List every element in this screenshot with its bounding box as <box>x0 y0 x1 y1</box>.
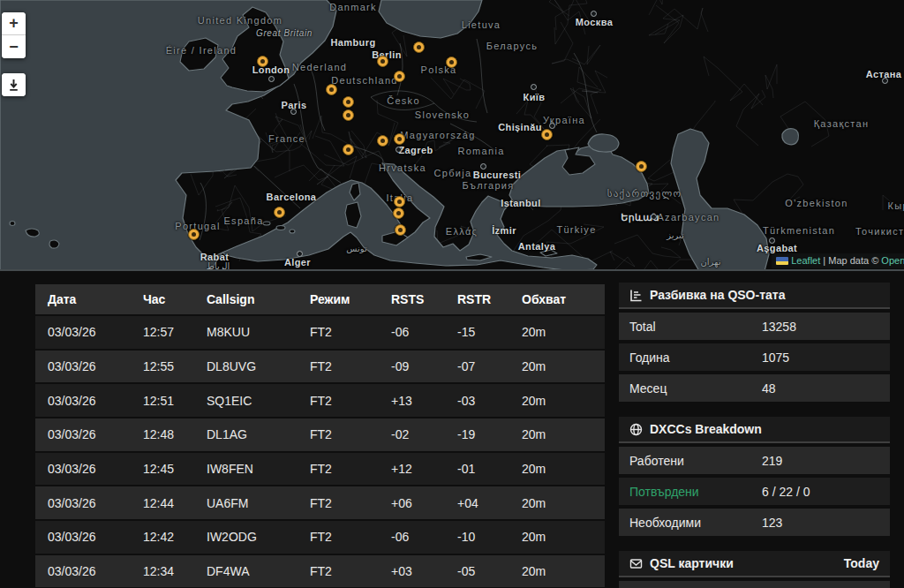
qso-marker[interactable] <box>274 207 285 218</box>
city-dot-icon <box>297 251 303 257</box>
cell-callsign[interactable]: DL8UVG <box>194 351 298 383</box>
city-dot-icon <box>290 109 297 115</box>
col-callsign: Callsign <box>194 284 298 314</box>
cell-callsign[interactable]: M8KUU <box>194 316 298 349</box>
qso-marker[interactable] <box>343 144 354 155</box>
cell-time: 12:55 <box>131 351 194 383</box>
download-icon <box>7 79 20 92</box>
cell-date: 03/03/26 <box>35 316 131 349</box>
page: { "colors": { "accent_green": "#2fa36b",… <box>0 0 904 588</box>
leaflet-link[interactable]: Leaflet <box>791 255 820 266</box>
stat-value: 6 / 22 / 0 <box>762 485 810 499</box>
qso-marker[interactable] <box>257 56 268 67</box>
cell-rsts: +03 <box>379 555 445 588</box>
cell-band: 20m <box>509 453 605 486</box>
cell-band: 20m <box>509 555 605 588</box>
city-dot-icon <box>591 11 597 17</box>
stat-row-total: Total 13258 <box>619 313 890 340</box>
qso-marker[interactable] <box>446 57 457 68</box>
dxcc-breakdown-panel: DXCCs Breakdown Работени 219 Потвърдени … <box>619 417 890 536</box>
zoom-out-button[interactable]: − <box>2 35 26 58</box>
cell-rstr: -01 <box>445 453 509 486</box>
stat-row-year: Година 1075 <box>619 343 890 371</box>
stat-label-confirmed[interactable]: Потвърдени <box>629 485 762 499</box>
cell-date: 03/03/26 <box>35 453 131 486</box>
logbook-row: 03/03/2612:34DF4WAFT2+03-0520m <box>35 555 605 588</box>
stat-label: Месец <box>629 381 762 396</box>
logbook-row: 03/03/2612:55DL8UVGFT2-09-0720m <box>35 351 605 383</box>
cell-rsts: -02 <box>379 418 445 451</box>
logbook-table: Дата Час Callsign Режим RSTS RSTR Обхват… <box>35 283 605 588</box>
logbook-row: 03/03/2612:48DL1AGFT2-02-1920m <box>35 418 605 451</box>
qso-marker[interactable] <box>394 133 405 145</box>
cell-rstr: -07 <box>445 351 509 383</box>
stat-value: 219 <box>762 454 782 468</box>
cell-time: 12:44 <box>131 486 194 519</box>
osm-link[interactable]: OpenStreetMap <box>881 255 904 266</box>
qsl-period-selector[interactable]: Today <box>844 556 879 570</box>
qso-marker[interactable] <box>394 196 405 207</box>
envelope-icon <box>629 557 643 570</box>
qso-marker[interactable] <box>343 96 354 108</box>
stat-label: Работени <box>629 454 762 468</box>
logbook-header-row: Дата Час Callsign Режим RSTS RSTR Обхват <box>35 284 605 314</box>
cell-date: 03/03/26 <box>35 486 131 519</box>
zoom-control: + − <box>2 12 26 58</box>
qso-marker[interactable] <box>188 229 200 240</box>
stat-value: 13258 <box>762 320 796 334</box>
col-date: Дата <box>35 284 131 314</box>
logbook-row: 03/03/2612:45IW8FENFT2+12-0120m <box>35 453 605 486</box>
cell-callsign[interactable]: UA6FM <box>194 486 298 519</box>
map-canvas <box>0 0 904 271</box>
cell-date: 03/03/26 <box>35 351 131 383</box>
cell-date: 03/03/26 <box>35 418 131 451</box>
col-time: Час <box>131 284 194 314</box>
cell-rstr: -15 <box>445 316 509 349</box>
cell-callsign[interactable]: SQ1EIC <box>194 384 298 417</box>
cell-mode: FT2 <box>298 351 379 383</box>
qso-marker[interactable] <box>326 84 337 95</box>
attribution-text: | Map data © <box>820 255 881 266</box>
qso-marker[interactable] <box>377 135 388 147</box>
cell-band: 20m <box>509 316 605 349</box>
cell-callsign[interactable]: IW2ODG <box>194 521 298 554</box>
qso-marker[interactable] <box>393 207 404 219</box>
cell-callsign[interactable]: IW8FEN <box>194 453 298 486</box>
cell-band: 20m <box>509 521 605 554</box>
cell-date: 03/03/26 <box>35 555 131 588</box>
cell-callsign[interactable]: DL1AG <box>194 418 298 451</box>
cell-rstr: -10 <box>445 521 509 554</box>
qsl-cards-panel: QSL картички Today <box>619 551 890 588</box>
city-dot-icon <box>549 123 555 129</box>
qsl-row-partial <box>619 581 890 588</box>
qso-breakdown-title: Разбивка на QSO-тата <box>650 288 785 302</box>
download-button[interactable] <box>2 73 26 96</box>
qso-marker[interactable] <box>541 129 553 140</box>
stat-value: 1075 <box>762 351 789 365</box>
content: Дата Час Callsign Режим RSTS RSTR Обхват… <box>0 271 904 588</box>
dxcc-breakdown-header: DXCCs Breakdown <box>619 417 890 443</box>
qso-marker[interactable] <box>413 41 425 53</box>
cell-rsts: +12 <box>379 453 445 486</box>
cell-rstr: -19 <box>445 418 509 451</box>
sidebar: Разбивка на QSO-тата Total 13258 Година … <box>619 283 890 588</box>
map-controls: + − <box>2 12 26 111</box>
zoom-in-button[interactable]: + <box>2 12 26 35</box>
cell-band: 20m <box>509 384 605 417</box>
qso-marker[interactable] <box>377 56 388 67</box>
qso-marker[interactable] <box>343 109 354 121</box>
cell-callsign[interactable]: DF4WA <box>194 555 298 588</box>
qso-marker[interactable] <box>394 71 405 82</box>
stat-label: Total <box>629 320 762 334</box>
qso-marker[interactable] <box>636 161 647 172</box>
cell-mode: FT2 <box>298 316 379 349</box>
map[interactable]: United KingdomGreat BritainÉire / Irelan… <box>0 0 904 271</box>
qsl-cards-header: QSL картички Today <box>619 551 890 577</box>
ukraine-flag-icon <box>776 257 788 265</box>
logbook-row: 03/03/2612:44UA6FMFT2+06+0420m <box>35 486 605 519</box>
download-control <box>2 73 26 96</box>
stat-label: Година <box>629 351 762 365</box>
qso-breakdown-panel: Разбивка на QSO-тата Total 13258 Година … <box>619 283 890 402</box>
city-dot-icon <box>268 76 275 82</box>
qso-marker[interactable] <box>395 224 406 236</box>
